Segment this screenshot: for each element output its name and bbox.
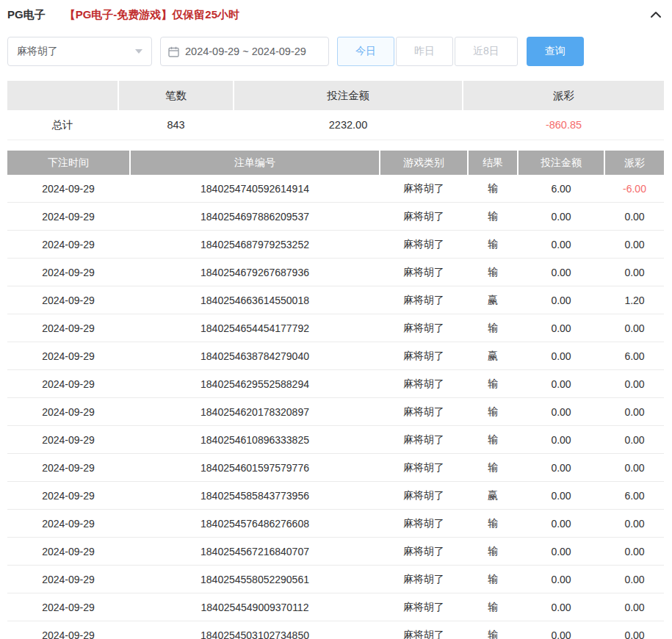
cell-result: 输 [469, 231, 517, 258]
cell-bet-id: 1840254503102734850 [131, 621, 379, 639]
cell-payout: 0.00 [605, 538, 664, 565]
last8days-button[interactable]: 近8日 [455, 37, 518, 66]
cell-payout: -6.00 [605, 175, 664, 202]
cell-payout: 0.00 [605, 426, 664, 453]
cell-bet-time: 2024-09-29 [7, 398, 129, 425]
date-range-value: 2024-09-29 ~ 2024-09-29 [185, 46, 306, 57]
cell-game-type: 麻将胡了 [380, 482, 467, 509]
cell-payout: 1.20 [605, 286, 664, 314]
cell-payout: 0.00 [605, 370, 664, 397]
summary-header-amount: 投注金额 [234, 81, 462, 110]
cell-result: 输 [469, 370, 517, 397]
cell-bet-time: 2024-09-29 [7, 621, 129, 639]
cell-bet-time: 2024-09-29 [7, 482, 129, 509]
cell-bet-id: 1840254585843773956 [131, 482, 379, 509]
header-game-type: 游戏类别 [380, 151, 467, 175]
table-row: 2024-09-291840254740592614914麻将胡了输6.00-6… [7, 175, 664, 203]
summary-total-payout: -860.85 [463, 110, 664, 140]
cell-result: 输 [469, 398, 517, 425]
cell-game-type: 麻将胡了 [380, 203, 467, 230]
cell-result: 输 [469, 566, 517, 593]
summary-total-row: 总计 843 2232.00 -860.85 [7, 110, 664, 140]
cell-result: 输 [469, 454, 517, 481]
cell-result: 输 [469, 621, 517, 639]
cell-bet-id: 1840254654454177792 [131, 314, 379, 342]
header-bet-amount: 投注金额 [519, 151, 604, 175]
cell-bet-time: 2024-09-29 [7, 538, 129, 565]
cell-game-type: 麻将胡了 [380, 342, 467, 369]
cell-bet-time: 2024-09-29 [7, 231, 129, 258]
bet-records-panel: PG电子 【PG电子-免费游戏】仅保留25小时 麻将胡了 2024-09-29 … [0, 0, 672, 639]
cell-payout: 0.00 [605, 566, 664, 593]
cell-game-type: 麻将胡了 [380, 286, 467, 314]
cell-bet-amount: 0.00 [519, 342, 604, 369]
cell-bet-amount: 0.00 [519, 482, 604, 509]
yesterday-button[interactable]: 昨日 [396, 37, 453, 66]
table-row: 2024-09-291840254629552588294麻将胡了输0.000.… [7, 370, 664, 398]
date-range-picker[interactable]: 2024-09-29 ~ 2024-09-29 [160, 37, 329, 66]
cell-result: 赢 [469, 482, 517, 509]
cell-bet-amount: 0.00 [519, 398, 604, 425]
cell-bet-amount: 6.00 [519, 175, 604, 202]
table-row: 2024-09-291840254576486276608麻将胡了输0.000.… [7, 510, 664, 538]
header-payout: 派彩 [605, 151, 664, 175]
cell-payout: 0.00 [605, 621, 664, 639]
cell-bet-id: 1840254567216840707 [131, 538, 379, 565]
table-row: 2024-09-291840254601597579776麻将胡了输0.000.… [7, 454, 664, 482]
table-row: 2024-09-291840254697886209537麻将胡了输0.000.… [7, 203, 664, 231]
cell-game-type: 麻将胡了 [380, 175, 467, 202]
cell-bet-id: 1840254610896333825 [131, 426, 379, 453]
table-row: 2024-09-291840254585843773956麻将胡了赢0.006.… [7, 482, 664, 510]
cell-result: 赢 [469, 342, 517, 369]
cell-bet-time: 2024-09-29 [7, 314, 129, 342]
cell-bet-time: 2024-09-29 [7, 286, 129, 314]
cell-bet-id: 1840254576486276608 [131, 510, 379, 537]
bet-table-header: 下注时间 注单编号 游戏类别 结果 投注金额 派彩 [7, 151, 664, 175]
cell-payout: 0.00 [605, 231, 664, 258]
cell-bet-time: 2024-09-29 [7, 566, 129, 593]
cell-bet-amount: 0.00 [519, 314, 604, 342]
cell-bet-time: 2024-09-29 [7, 259, 129, 286]
cell-result: 输 [469, 538, 517, 565]
cell-game-type: 麻将胡了 [380, 510, 467, 537]
cell-payout: 0.00 [605, 398, 664, 425]
cell-payout: 0.00 [605, 259, 664, 286]
game-select-value: 麻将胡了 [17, 45, 58, 58]
cell-game-type: 麻将胡了 [380, 231, 467, 258]
panel-notice: 【PG电子-免费游戏】仅保留25小时 [65, 8, 239, 22]
cell-bet-amount: 0.00 [519, 593, 604, 621]
chevron-up-icon[interactable] [650, 11, 662, 18]
cell-bet-id: 1840254679267687936 [131, 259, 379, 286]
cell-bet-id: 1840254549009370112 [131, 593, 379, 621]
cell-payout: 0.00 [605, 203, 664, 230]
cell-game-type: 麻将胡了 [380, 314, 467, 342]
cell-bet-id: 1840254687979253252 [131, 231, 379, 258]
cell-result: 赢 [469, 286, 517, 314]
query-button[interactable]: 查询 [527, 37, 584, 66]
cell-payout: 0.00 [605, 314, 664, 342]
cell-bet-time: 2024-09-29 [7, 593, 129, 621]
summary-header-count: 笔数 [119, 81, 233, 110]
summary-total-amount: 2232.00 [234, 110, 462, 140]
table-row: 2024-09-291840254503102734850麻将胡了输0.000.… [7, 621, 664, 639]
cell-bet-time: 2024-09-29 [7, 426, 129, 453]
cell-bet-time: 2024-09-29 [7, 175, 129, 202]
cell-bet-id: 1840254663614550018 [131, 286, 379, 314]
cell-game-type: 麻将胡了 [380, 259, 467, 286]
cell-game-type: 麻将胡了 [380, 426, 467, 453]
cell-bet-amount: 0.00 [519, 231, 604, 258]
cell-bet-time: 2024-09-29 [7, 203, 129, 230]
game-select[interactable]: 麻将胡了 [7, 37, 152, 66]
filter-row: 麻将胡了 2024-09-29 ~ 2024-09-29 今日 昨日 近8日 查… [0, 29, 672, 66]
cell-bet-amount: 0.00 [519, 370, 604, 397]
cell-result: 输 [469, 259, 517, 286]
table-row: 2024-09-291840254679267687936麻将胡了输0.000.… [7, 259, 664, 286]
cell-payout: 0.00 [605, 593, 664, 621]
bet-table: 下注时间 注单编号 游戏类别 结果 投注金额 派彩 2024-09-291840… [7, 151, 664, 639]
summary-total-count: 843 [119, 110, 233, 140]
table-row: 2024-09-291840254638784279040麻将胡了赢0.006.… [7, 342, 664, 370]
today-button[interactable]: 今日 [337, 37, 394, 66]
quick-range-group: 今日 昨日 近8日 [337, 37, 518, 66]
table-row: 2024-09-291840254654454177792麻将胡了输0.000.… [7, 314, 664, 342]
cell-game-type: 麻将胡了 [380, 593, 467, 621]
